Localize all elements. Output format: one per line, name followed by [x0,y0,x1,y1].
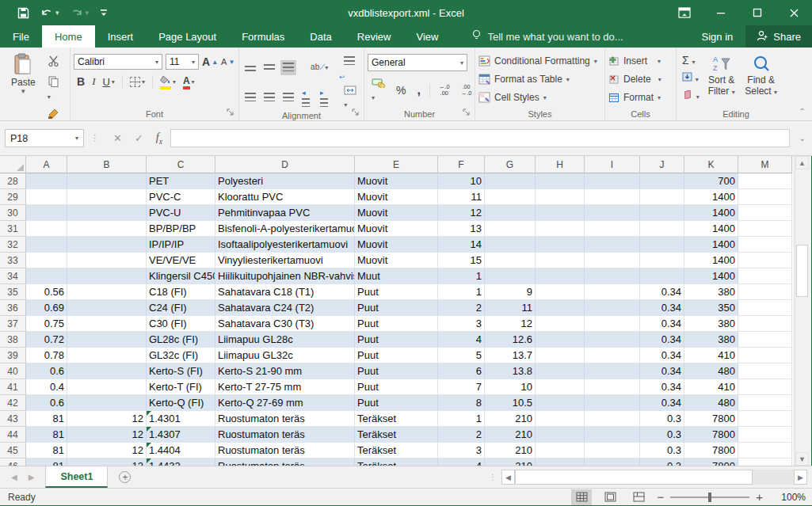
cell-K32[interactable]: 1400 [684,237,738,253]
select-all-corner[interactable] [0,156,26,173]
row-header-40[interactable]: 40 [0,363,26,379]
cell-G30[interactable] [485,205,536,221]
row-header-42[interactable]: 42 [0,395,26,411]
row-header-44[interactable]: 44 [0,427,26,443]
cell-E44[interactable]: Teräkset [355,427,438,443]
column-header-A[interactable]: A [26,156,67,173]
cell-A44[interactable]: 81 [26,427,67,443]
cell-J39[interactable]: 0.34 [640,348,684,363]
conditional-formatting-button[interactable]: Conditional Formatting▾ [478,52,597,70]
cell-M30[interactable] [738,205,792,221]
fill-color-button[interactable]: ▾ [160,74,176,89]
cell-I42[interactable] [585,395,640,411]
cell-A35[interactable]: 0.56 [26,284,67,300]
minimize-button[interactable] [703,0,739,25]
autosum-button[interactable]: Σ ▾ [680,52,702,68]
cell-H34[interactable] [536,268,585,284]
cell-A31[interactable] [26,221,67,237]
cell-E46[interactable]: Teräkset [355,458,438,466]
cell-E29[interactable]: Muovit [355,189,438,205]
cell-H38[interactable] [536,332,585,348]
cell-F36[interactable]: 2 [438,300,485,316]
column-header-K[interactable]: K [684,156,738,173]
cell-D42[interactable]: Kerto-Q 27-69 mm [215,395,355,411]
sort-filter-button[interactable]: AZ Sort & Filter ▾ [702,51,741,98]
cell-F30[interactable]: 12 [438,205,485,221]
cell-M38[interactable] [738,332,792,348]
tab-file[interactable]: File [0,25,42,48]
column-header-G[interactable]: G [485,156,536,173]
row-header-45[interactable]: 45 [0,443,26,458]
cell-F29[interactable]: 11 [438,189,485,205]
cell-H40[interactable] [536,363,585,379]
row-header-29[interactable]: 29 [0,189,26,205]
cell-B30[interactable] [67,205,147,221]
cell-J45[interactable]: 0.3 [640,443,684,458]
tell-me-box[interactable]: Tell me what you want to do... [471,25,623,48]
cell-H42[interactable] [536,395,585,411]
name-box-dropdown-icon[interactable]: ▾ [75,135,78,142]
cell-I39[interactable] [585,348,640,363]
cell-I46[interactable] [585,458,640,466]
cell-K38[interactable]: 380 [684,332,738,348]
cell-C42[interactable]: Kerto-Q (FI) [147,395,215,411]
top-align-button[interactable] [242,60,258,75]
cell-C45[interactable]: 1.4404 [147,443,215,458]
cell-C28[interactable]: PET [147,173,215,189]
column-header-H[interactable]: H [536,156,585,173]
cell-I40[interactable] [585,363,640,379]
column-header-I[interactable]: I [585,156,640,173]
cell-B43[interactable]: 12 [67,411,147,427]
tab-review[interactable]: Review [345,25,404,48]
cell-M32[interactable] [738,237,792,253]
tab-data[interactable]: Data [297,25,344,48]
cell-J30[interactable] [640,205,684,221]
cell-J37[interactable]: 0.34 [640,316,684,332]
scroll-up-icon[interactable]: ▲ [795,156,809,169]
cell-C32[interactable]: IP/IP/IP [147,237,215,253]
zoom-level[interactable]: 100% [771,492,806,503]
increase-font-size-button[interactable]: A▲ [202,55,218,68]
cell-M29[interactable] [738,189,792,205]
ribbon-display-options-icon[interactable] [666,0,703,25]
cell-D37[interactable]: Sahatavara C30 (T3) [215,316,355,332]
cell-H29[interactable] [536,189,585,205]
confirm-entry-icon[interactable]: ✓ [135,132,143,144]
cell-M35[interactable] [738,284,792,300]
cell-F35[interactable]: 1 [438,284,485,300]
decrease-font-size-button[interactable]: A▼ [221,57,234,67]
cell-K37[interactable]: 380 [684,316,738,332]
close-button[interactable] [776,0,812,25]
cancel-entry-icon[interactable]: ✕ [113,132,122,144]
column-header-E[interactable]: E [355,156,438,173]
cell-K40[interactable]: 480 [684,363,738,379]
cell-J36[interactable]: 0.34 [640,300,684,316]
cell-A30[interactable] [26,205,67,221]
borders-button[interactable]: ▾ [130,77,145,87]
format-as-table-button[interactable]: Format as Table▾ [478,70,597,88]
cell-J40[interactable]: 0.34 [640,363,684,379]
row-header-33[interactable]: 33 [0,253,26,268]
cell-I36[interactable] [585,300,640,316]
cell-I34[interactable] [585,268,640,284]
cell-G43[interactable]: 210 [485,411,536,427]
cell-F32[interactable]: 14 [438,237,485,253]
cell-H35[interactable] [536,284,585,300]
clear-button[interactable]: ▾ [680,88,702,103]
paste-button[interactable]: Paste ▼ [3,51,44,95]
name-box[interactable]: P18▾ [5,129,84,147]
cell-F34[interactable]: 1 [438,268,485,284]
cell-M34[interactable] [738,268,792,284]
cell-D30[interactable]: Pehmitinvapaa PVC [215,205,355,221]
cell-D43[interactable]: Ruostumaton teräs [215,411,355,427]
cell-B38[interactable] [67,332,147,348]
bottom-align-button[interactable] [280,60,296,75]
cell-G31[interactable] [485,221,536,237]
cell-F39[interactable]: 5 [438,348,485,363]
find-select-button[interactable]: Find & Select ▾ [741,51,781,98]
italic-button[interactable]: I [92,75,95,88]
cell-H30[interactable] [536,205,585,221]
scroll-left-icon[interactable]: ◀ [501,470,515,485]
cell-D40[interactable]: Kerto-S 21-90 mm [215,363,355,379]
cell-I32[interactable] [585,237,640,253]
